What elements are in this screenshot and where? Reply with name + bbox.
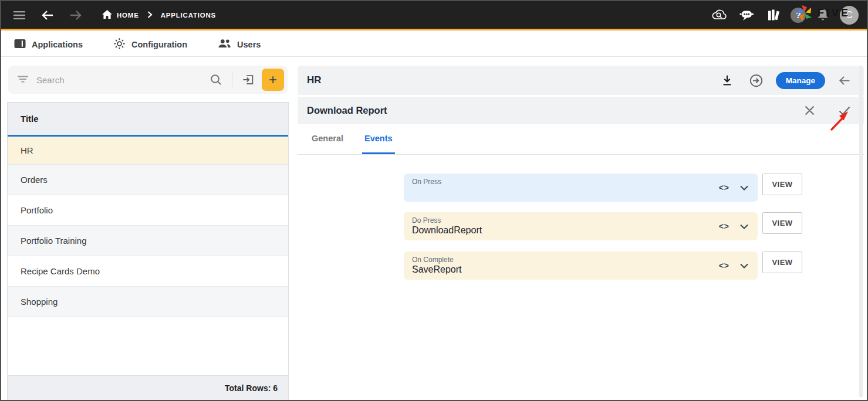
module-toolbar: Applications Configuration Users <box>1 32 867 57</box>
add-application-button[interactable]: + <box>262 69 284 91</box>
import-record-icon[interactable] <box>238 70 258 90</box>
chevron-right-icon <box>147 10 153 21</box>
forward-arrow-icon[interactable] <box>66 5 86 25</box>
cloud-search-icon[interactable] <box>710 5 729 25</box>
table-row[interactable]: Shopping <box>8 287 288 317</box>
table-row[interactable]: Portfolio Training <box>8 226 288 256</box>
five-logo-pinwheel <box>796 4 813 22</box>
field-label: On Complete <box>412 256 749 264</box>
home-icon <box>102 10 112 20</box>
download-icon[interactable] <box>717 70 737 90</box>
table-row[interactable]: Recipe Cards Demo <box>8 256 288 287</box>
record-title: HR <box>307 74 322 86</box>
menu-item-configuration[interactable]: Configuration <box>113 38 187 52</box>
filter-icon[interactable] <box>18 74 28 85</box>
view-button-on-complete[interactable]: VIEW <box>762 252 802 273</box>
menu-item-users-label: Users <box>237 40 261 49</box>
field-value: DownloadReport <box>412 225 749 236</box>
field-label: Do Press <box>412 216 749 225</box>
search-bar: + <box>8 66 288 94</box>
menu-item-applications-label: Applications <box>32 40 83 49</box>
hamburger-menu-icon[interactable] <box>9 5 29 25</box>
code-icon[interactable]: <> <box>719 222 729 231</box>
detail-panel: HR Manage Download Report <box>298 66 864 400</box>
form-tabs: General Events <box>298 124 864 155</box>
search-icon[interactable] <box>206 70 226 90</box>
search-divider <box>232 72 232 87</box>
breadcrumb-home[interactable]: HOME <box>102 10 139 20</box>
field-do-press[interactable]: Do Press DownloadReport <> <box>404 212 758 240</box>
menu-item-applications[interactable]: Applications <box>14 39 83 50</box>
gear-wrench-icon <box>113 38 126 52</box>
library-docs-icon[interactable] <box>764 5 783 25</box>
table-row[interactable]: HR <box>8 135 288 165</box>
code-icon[interactable]: <> <box>719 183 729 192</box>
close-icon[interactable] <box>799 101 819 121</box>
total-rows-label: Total Rows: 6 <box>8 375 288 400</box>
chevron-down-icon[interactable] <box>740 182 748 193</box>
chat-bot-icon[interactable] <box>737 5 756 25</box>
menu-item-configuration-label: Configuration <box>131 40 187 49</box>
view-button-do-press[interactable]: VIEW <box>762 212 802 234</box>
table-row[interactable]: Orders <box>8 165 288 195</box>
tab-events[interactable]: Events <box>362 124 395 154</box>
five-logo-text: FIVE <box>818 7 850 19</box>
users-icon <box>218 39 231 50</box>
collapse-panel-arrow-icon[interactable] <box>835 70 855 90</box>
code-icon[interactable]: <> <box>719 261 729 270</box>
form-header: Download Report <box>298 97 864 124</box>
field-value: SaveReport <box>412 264 749 276</box>
applications-icon <box>14 39 26 50</box>
manage-button[interactable]: Manage <box>776 72 825 89</box>
applications-table: Title HR Orders Portfolio Portfolio Trai… <box>7 102 289 400</box>
five-logo: FIVE <box>796 4 850 22</box>
table-row[interactable]: Portfolio <box>8 195 288 226</box>
field-on-press[interactable]: On Press <> <box>404 174 758 202</box>
record-header: HR Manage <box>298 66 864 95</box>
breadcrumb: HOME APPLICATIONS <box>102 10 216 21</box>
menu-item-users[interactable]: Users <box>218 39 261 50</box>
search-input[interactable] <box>36 75 206 85</box>
back-arrow-icon[interactable] <box>38 5 58 25</box>
breadcrumb-home-label: HOME <box>117 12 139 19</box>
scrollbar[interactable] <box>859 66 863 397</box>
chevron-down-icon[interactable] <box>740 221 748 232</box>
view-button-on-press[interactable]: VIEW <box>762 174 802 195</box>
top-navigation-bar: HOME APPLICATIONS ? C <box>1 1 867 30</box>
form-title: Download Report <box>307 105 387 116</box>
breadcrumb-current-label: APPLICATIONS <box>161 12 216 19</box>
tab-general[interactable]: General <box>309 124 346 154</box>
app-window: HOME APPLICATIONS ? C <box>0 0 868 401</box>
go-to-app-icon[interactable] <box>747 70 766 90</box>
field-label: On Press <box>412 178 749 186</box>
chevron-down-icon[interactable] <box>740 260 748 271</box>
save-checkmark-icon[interactable] <box>835 101 855 121</box>
table-column-header-title[interactable]: Title <box>8 103 288 135</box>
field-on-complete[interactable]: On Complete SaveReport <> <box>404 252 758 280</box>
